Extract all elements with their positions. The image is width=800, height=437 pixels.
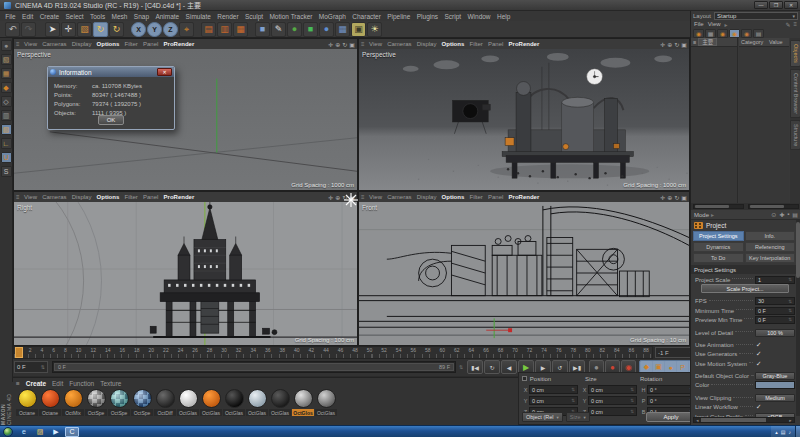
- tab-dynamics[interactable]: Dynamics: [693, 242, 744, 252]
- vp-menu-options[interactable]: Options: [94, 41, 122, 47]
- objects-icon[interactable]: ◉: [729, 29, 740, 38]
- timeline-ruler[interactable]: 0246810121416182022242628303234363840424…: [13, 346, 653, 359]
- vp-menu-prorender[interactable]: ProRender: [161, 41, 197, 47]
- material-octspe-5[interactable]: OctSpe: [131, 388, 153, 416]
- polygons-mode[interactable]: ▥: [1, 110, 12, 121]
- vp-menu-cameras[interactable]: Cameras: [385, 194, 415, 200]
- quantize-toggle[interactable]: S: [1, 166, 12, 177]
- pan-view-icon[interactable]: ✛: [328, 41, 333, 48]
- filter-icon[interactable]: ≡: [693, 39, 696, 45]
- stepper-icon[interactable]: ⇅: [630, 387, 634, 392]
- texture-mode[interactable]: ▦: [1, 68, 12, 79]
- live-selection-tool[interactable]: ➤: [45, 22, 60, 37]
- render-settings-button[interactable]: ▦: [233, 22, 248, 37]
- workplane-mode[interactable]: ∟: [1, 138, 12, 149]
- viewport-right[interactable]: ≡ViewCamerasDisplayOptionsFilterPanelPro…: [13, 191, 358, 346]
- vp-menu-panel[interactable]: Panel: [140, 194, 161, 200]
- filter-icon[interactable]: ◉: [741, 29, 752, 38]
- goto-prev-frame-button[interactable]: ◀: [501, 360, 517, 374]
- goto-prev-key-button[interactable]: ↻: [484, 360, 500, 374]
- material-octmix-2[interactable]: OctMix: [62, 388, 84, 416]
- menu-pipeline[interactable]: Pipeline: [384, 13, 414, 20]
- om-menu-file[interactable]: File: [694, 21, 704, 27]
- tab-referencing[interactable]: Referencing: [745, 242, 796, 252]
- render-view-button[interactable]: ▤: [201, 22, 216, 37]
- dropdown-default-object-color[interactable]: Gray-Blue: [755, 372, 795, 380]
- scale-tool[interactable]: ▧: [77, 22, 92, 37]
- menu-file[interactable]: File: [2, 13, 19, 20]
- material-octglas-13[interactable]: OctGlas: [315, 388, 337, 416]
- lock-x-axis[interactable]: X: [131, 22, 146, 37]
- move-tool[interactable]: ✛: [61, 22, 76, 37]
- tab-project-settings[interactable]: Project Settings: [693, 231, 744, 241]
- coord-field-rotation-h[interactable]: 0 °⇅: [647, 385, 696, 394]
- preview-range-pill[interactable]: 0 F 89 F: [54, 363, 454, 371]
- vp-menu-panel[interactable]: Panel: [485, 194, 506, 200]
- menu-snap[interactable]: Snap: [131, 13, 153, 20]
- panel-menu-icon[interactable]: ≡: [361, 194, 365, 200]
- material-octglos-12[interactable]: OctGlos: [292, 388, 314, 416]
- attributes-vertical-scrollbar[interactable]: [796, 220, 800, 416]
- last-tool[interactable]: ↻: [109, 22, 124, 37]
- horizontal-scrollbar[interactable]: [693, 204, 744, 209]
- vp-menu-options[interactable]: Options: [439, 194, 467, 200]
- vp-menu-cameras[interactable]: Cameras: [385, 41, 415, 47]
- menu-help[interactable]: Help: [494, 13, 514, 20]
- tab-key-interpolation[interactable]: Key Interpolation: [745, 253, 796, 263]
- checkbox-use-motion-system[interactable]: ✓: [755, 360, 795, 368]
- toggle-view-icon[interactable]: ▣: [681, 41, 687, 48]
- add-camera-menu[interactable]: ▣: [351, 22, 366, 37]
- zoom-view-icon[interactable]: ⊕: [335, 41, 340, 48]
- stepper-icon[interactable]: ⇅: [457, 361, 465, 373]
- stepper-icon[interactable]: ⇅: [41, 364, 45, 370]
- vp-menu-prorender[interactable]: ProRender: [161, 194, 197, 200]
- field-project-scale[interactable]: 1⇅: [755, 276, 795, 284]
- field-preview-min-time[interactable]: 0 F⇅: [755, 316, 795, 324]
- vp-menu-options[interactable]: Options: [439, 41, 467, 47]
- mat-menu-create[interactable]: Create: [26, 380, 46, 387]
- snap-toggle[interactable]: U: [1, 152, 12, 163]
- horizontal-scrollbar[interactable]: [748, 204, 799, 209]
- stepper-icon[interactable]: ⇅: [788, 308, 792, 313]
- menu-simulate[interactable]: Simulate: [182, 13, 214, 20]
- model-mode[interactable]: ▧: [1, 54, 12, 65]
- vp-menu-view[interactable]: View: [22, 194, 40, 200]
- lock-icon[interactable]: ▪: [787, 211, 789, 218]
- rotate-view-icon[interactable]: ↻: [674, 41, 679, 48]
- mat-menu-edit[interactable]: Edit: [52, 380, 63, 387]
- material-octglas-9[interactable]: OctGlas: [223, 388, 245, 416]
- media-player-icon[interactable]: ▶: [49, 427, 63, 437]
- vp-menu-filter[interactable]: Filter: [122, 41, 141, 47]
- start-button[interactable]: [3, 427, 13, 437]
- zoom-view-icon[interactable]: ⊕: [335, 194, 340, 201]
- layout-dropdown[interactable]: Startup ▾: [714, 12, 798, 20]
- close-button[interactable]: ✕: [784, 1, 798, 9]
- checkbox-use-generators[interactable]: ✓: [755, 350, 795, 358]
- vp-menu-prorender[interactable]: ProRender: [506, 194, 542, 200]
- stepper-icon[interactable]: ⇅: [630, 398, 634, 403]
- takes-icon[interactable]: ◉: [717, 29, 728, 38]
- material-octglas-10[interactable]: OctGlas: [246, 388, 268, 416]
- category-column-header[interactable]: Category: [741, 39, 767, 45]
- current-frame-field[interactable]: 0 F ⇅: [14, 361, 48, 373]
- coord-size-dropdown[interactable]: Size ▾: [566, 412, 590, 422]
- redo-icon[interactable]: ↷: [21, 22, 36, 37]
- points-mode[interactable]: ◆: [1, 82, 12, 93]
- vp-menu-panel[interactable]: Panel: [485, 41, 506, 47]
- side-tab-structure[interactable]: Structure: [790, 120, 800, 150]
- ok-button[interactable]: OK: [98, 115, 124, 125]
- maximize-button[interactable]: ❐: [769, 1, 783, 9]
- apply-button[interactable]: Apply: [646, 412, 696, 422]
- toggle-view-icon[interactable]: ▣: [349, 41, 355, 48]
- menu-edit[interactable]: Edit: [19, 13, 37, 20]
- menu-window[interactable]: Window: [464, 13, 494, 20]
- tray-volume-icon[interactable]: ♪: [789, 429, 792, 435]
- material-octane-0[interactable]: Octane: [16, 388, 38, 416]
- tray-up-icon[interactable]: ▴: [775, 429, 778, 435]
- material-octane-1[interactable]: Octane: [39, 388, 61, 416]
- material-octdiff-6[interactable]: OctDiff: [154, 388, 176, 416]
- add-simulate-menu[interactable]: ●: [319, 22, 334, 37]
- side-tab-objects[interactable]: Objects: [790, 40, 800, 67]
- stepper-icon[interactable]: ⇅: [571, 398, 575, 403]
- navigate-icon[interactable]: ✚: [779, 211, 784, 218]
